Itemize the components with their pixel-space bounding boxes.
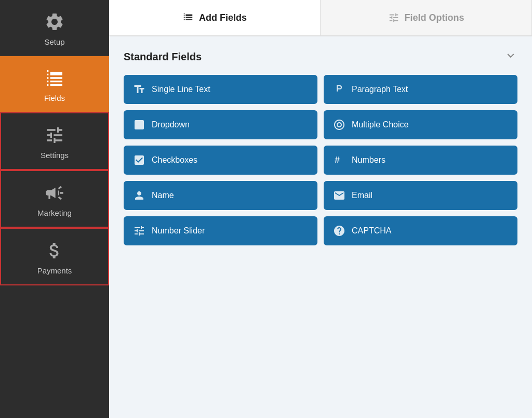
field-numbers-label: Numbers <box>352 155 385 165</box>
field-captcha-label: CAPTCHA <box>352 226 391 236</box>
field-number-slider[interactable]: Number Slider <box>124 216 317 245</box>
field-captcha[interactable]: CAPTCHA <box>324 216 517 245</box>
sidebar-item-setup[interactable]: Setup <box>0 0 109 56</box>
settings-sliders-icon <box>42 123 67 148</box>
tab-field-options-label: Field Options <box>405 12 464 23</box>
field-dropdown-label: Dropdown <box>152 120 190 129</box>
fields-grid: Single Line Text Paragraph Text Dropdown <box>124 75 517 245</box>
field-single-line-text-label: Single Line Text <box>152 85 210 94</box>
sidebar-item-label-payments: Payments <box>37 266 72 275</box>
field-name[interactable]: Name <box>124 181 317 210</box>
sidebar: Setup Fields Settings Marketing <box>0 0 109 418</box>
field-checkboxes[interactable]: Checkboxes <box>124 146 317 175</box>
gear-icon <box>42 9 67 34</box>
sidebar-item-fields[interactable]: Fields <box>0 56 109 112</box>
sidebar-item-marketing[interactable]: Marketing <box>0 170 109 228</box>
field-email-label: Email <box>352 191 373 200</box>
section-title: Standard Fields <box>124 51 202 63</box>
fields-list-icon <box>42 66 67 90</box>
sidebar-item-label-settings: Settings <box>41 151 69 160</box>
tab-bar: Add Fields Field Options <box>109 0 532 36</box>
field-numbers[interactable]: # Numbers <box>324 146 517 175</box>
field-multiple-choice-label: Multiple Choice <box>352 120 408 129</box>
field-single-line-text[interactable]: Single Line Text <box>124 75 317 104</box>
sidebar-item-settings[interactable]: Settings <box>0 112 109 170</box>
content-area: Standard Fields Single Line Text Pa <box>109 36 532 418</box>
section-header: Standard Fields <box>124 49 517 64</box>
field-dropdown[interactable]: Dropdown <box>124 110 317 139</box>
chevron-down-icon[interactable] <box>504 49 517 64</box>
field-checkboxes-label: Checkboxes <box>152 155 197 165</box>
field-email[interactable]: Email <box>324 181 517 210</box>
dollar-icon <box>42 238 67 263</box>
svg-text:#: # <box>335 155 340 165</box>
main-panel: Add Fields Field Options Standard Fields <box>109 0 532 418</box>
sidebar-item-payments[interactable]: Payments <box>0 228 109 285</box>
megaphone-icon <box>42 180 67 205</box>
tab-add-fields[interactable]: Add Fields <box>109 0 321 35</box>
field-name-label: Name <box>152 191 174 200</box>
sidebar-item-label-marketing: Marketing <box>37 208 72 217</box>
sidebar-item-label-fields: Fields <box>44 94 65 102</box>
field-paragraph-text[interactable]: Paragraph Text <box>324 75 517 104</box>
sidebar-item-label-setup: Setup <box>44 37 64 46</box>
field-multiple-choice[interactable]: Multiple Choice <box>324 110 517 139</box>
tab-field-options[interactable]: Field Options <box>321 0 532 35</box>
tab-add-fields-label: Add Fields <box>199 12 247 23</box>
field-number-slider-label: Number Slider <box>152 226 205 236</box>
field-paragraph-text-label: Paragraph Text <box>352 85 408 94</box>
